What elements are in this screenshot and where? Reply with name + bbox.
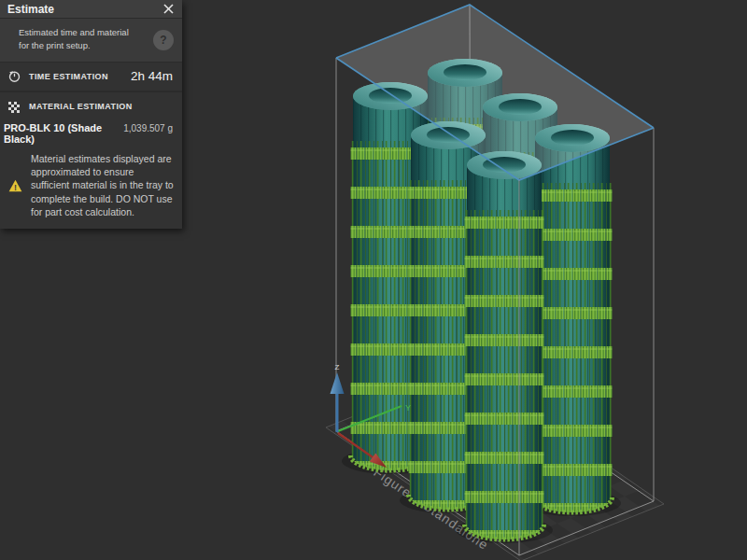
axis-z-label: Z: [335, 363, 340, 371]
estimate-description: Estimated time and material for the prin…: [19, 26, 139, 53]
estimate-panel-header: Estimate: [0, 0, 182, 19]
time-estimation-value: 2h 44m: [131, 69, 173, 83]
material-warning: ! Material estimates displayed are appro…: [0, 152, 182, 219]
time-estimation-row: TIME ESTIMATION 2h 44m: [0, 63, 182, 92]
time-estimation-label: TIME ESTIMATION: [29, 72, 108, 81]
material-grid-icon: [7, 100, 21, 114]
panel-title: Estimate: [0, 3, 160, 16]
warning-glyph: !: [14, 182, 17, 191]
stopwatch-icon: [7, 69, 21, 83]
help-glyph: ?: [160, 34, 166, 47]
axis-y-label: Y: [405, 403, 411, 413]
warning-icon: !: [8, 179, 22, 192]
tube-part[interactable]: [465, 151, 544, 539]
material-estimation-section: MATERIAL ESTIMATION PRO-BLK 10 (Shade Bl…: [0, 92, 182, 229]
material-estimation-label: MATERIAL ESTIMATION: [29, 102, 133, 111]
close-icon[interactable]: [160, 1, 176, 18]
material-row: PRO-BLK 10 (Shade Black) 1,039.507 g: [0, 122, 182, 145]
material-estimation-row: MATERIAL ESTIMATION: [0, 100, 182, 114]
material-warning-text: Material estimates displayed are approxi…: [31, 152, 182, 219]
material-name: PRO-BLK 10 (Shade Black): [4, 122, 123, 145]
tube-part[interactable]: [533, 124, 613, 512]
estimate-description-row: Estimated time and material for the prin…: [0, 19, 182, 63]
material-amount: 1,039.507 g: [123, 123, 173, 133]
help-button[interactable]: ?: [153, 30, 174, 50]
estimate-panel: Estimate Estimated time and material for…: [0, 0, 182, 229]
